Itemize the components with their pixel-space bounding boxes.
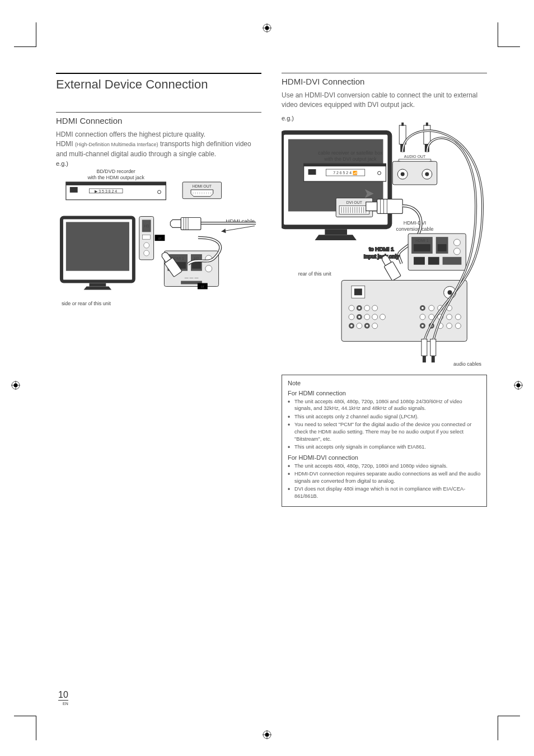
eg-label: e.g.) [56, 160, 261, 167]
svg-point-149 [364, 314, 370, 320]
svg-point-144 [364, 305, 370, 311]
svg-marker-41 [84, 287, 112, 290]
svg-rect-138 [354, 288, 362, 295]
svg-rect-178 [432, 356, 435, 362]
svg-point-46 [144, 242, 149, 248]
svg-point-169 [421, 325, 424, 327]
svg-point-140 [448, 290, 452, 295]
svg-point-150 [372, 314, 378, 320]
svg-point-143 [358, 307, 360, 309]
note-heading: Note [288, 380, 481, 386]
svg-point-153 [350, 325, 353, 327]
body-text: HDMI connection offers the highest pictu… [56, 130, 261, 139]
svg-point-173 [447, 323, 452, 329]
crop-mark [498, 716, 498, 740]
svg-point-163 [420, 314, 425, 320]
svg-point-62 [205, 265, 212, 272]
svg-text:7 2 6  5 2 4  📶: 7 2 6 5 2 4 📶 [333, 170, 358, 175]
svg-text:to HDMI 1: to HDMI 1 [369, 246, 394, 252]
registration-mark-left [11, 381, 20, 390]
svg-text:with the DVI output jack: with the DVI output jack [324, 156, 377, 162]
crop-mark [498, 22, 498, 47]
hdmi-connection-heading: HDMI Connection [56, 113, 261, 130]
svg-text:HDMI-DVI: HDMI-DVI [404, 220, 427, 226]
svg-rect-21 [70, 187, 78, 193]
page-number: 10 EN [58, 690, 68, 706]
svg-point-151 [380, 314, 386, 320]
svg-text:DVI OUT: DVI OUT [346, 200, 363, 204]
svg-rect-71 [325, 229, 347, 235]
svg-text:or: or [158, 236, 162, 240]
svg-point-157 [372, 323, 378, 329]
svg-text:or: or [201, 285, 205, 289]
note-bullet: The unit accepts 480i, 480p, 720p, 1080i… [288, 398, 481, 412]
note-bullet: This unit accepts only 2 channel audio s… [288, 413, 481, 421]
svg-text:rear of this unit: rear of this unit [298, 270, 331, 276]
svg-rect-176 [423, 356, 426, 362]
body-text: Use an HDMI-DVI conversion cable to conn… [282, 91, 487, 110]
svg-text:conversion cable: conversion cable [396, 226, 434, 232]
registration-mark-right [514, 381, 523, 390]
svg-text:with the HDMI output jack: with the HDMI output jack [87, 175, 144, 180]
svg-text:— — —: — — — [185, 276, 199, 279]
svg-line-36 [222, 226, 255, 232]
svg-point-159 [421, 307, 424, 309]
note-bullet: HDMI-DVI connection requires separate au… [288, 470, 481, 484]
svg-point-130 [453, 248, 460, 255]
note-bullet: You need to select "PCM" for the digital… [288, 421, 481, 442]
svg-point-146 [349, 314, 354, 320]
svg-marker-72 [315, 235, 357, 240]
crop-mark [14, 46, 36, 47]
svg-rect-114 [377, 199, 403, 213]
crop-mark [498, 716, 520, 716]
svg-text:AUDIO OUT: AUDIO OUT [404, 155, 426, 158]
svg-text:H3: H3 [144, 225, 149, 228]
note-box: Note For HDMI connection The unit accept… [282, 375, 487, 507]
svg-point-166 [447, 314, 452, 320]
note-bullet: The unit accepts 480i, 480p, 720p, 1080i… [288, 463, 481, 470]
svg-point-167 [455, 314, 461, 320]
note-subheading: For HDMI connection [288, 390, 481, 396]
svg-rect-133 [443, 257, 462, 265]
svg-rect-45 [143, 235, 151, 239]
svg-rect-40 [90, 283, 106, 287]
registration-mark-top [263, 24, 271, 32]
svg-point-160 [429, 305, 434, 311]
svg-rect-19 [66, 182, 166, 185]
svg-marker-37 [222, 228, 226, 233]
svg-text:side or rear of this unit: side or rear of this unit [62, 301, 111, 306]
svg-text:cable receiver or satellite bo: cable receiver or satellite box [318, 150, 383, 156]
svg-rect-91 [401, 123, 404, 126]
note-bullet: This unit accepts only signals in compli… [288, 444, 481, 451]
svg-point-87 [401, 172, 405, 176]
svg-rect-93 [424, 125, 430, 144]
svg-rect-128 [438, 244, 447, 251]
registration-mark-bottom [263, 730, 271, 739]
crop-mark [14, 716, 36, 716]
crop-mark [498, 46, 520, 47]
svg-rect-94 [426, 123, 428, 126]
svg-point-129 [453, 239, 460, 246]
svg-rect-78 [308, 169, 316, 175]
eg-label: e.g.) [282, 115, 487, 122]
note-subheading: For HDMI-DVI connection [288, 454, 481, 461]
svg-rect-131 [414, 257, 425, 265]
svg-text:HDMI 1: HDMI 1 [415, 239, 429, 242]
svg-point-154 [357, 323, 362, 329]
svg-rect-118 [366, 202, 377, 211]
crop-mark [36, 716, 36, 740]
svg-point-174 [455, 323, 461, 329]
svg-point-148 [358, 316, 360, 318]
hdmi-dvi-heading: HDMI-DVI Connection [282, 73, 487, 91]
svg-rect-76 [304, 164, 386, 166]
svg-rect-39 [66, 222, 129, 271]
body-text: HDMI (High-Definition Multimedia Interfa… [56, 139, 261, 159]
svg-point-145 [372, 305, 378, 311]
svg-point-156 [366, 325, 368, 327]
svg-text:audio cables: audio cables [453, 361, 482, 367]
svg-text:▶ 3 5 3 8 2 4: ▶ 3 5 3 8 2 4 [95, 189, 117, 193]
svg-rect-60 [192, 262, 201, 269]
note-bullet: DVI does not display 480i image which is… [288, 486, 481, 500]
svg-rect-175 [421, 339, 427, 356]
svg-point-141 [349, 305, 354, 311]
